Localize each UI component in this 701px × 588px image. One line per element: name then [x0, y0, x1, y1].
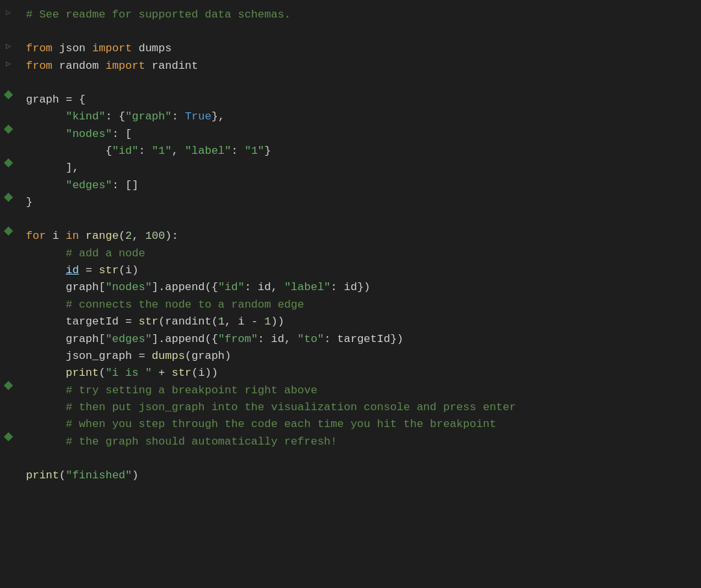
line-content-25: # when you step through the code each ti… [19, 416, 695, 433]
gutter-4: ▷ [0, 58, 19, 71]
line-content-1: # See readme for supported data schemas. [19, 6, 695, 23]
code-line-11: "edges": [] [0, 177, 701, 194]
line-content-7: "kind": {"graph": True}, [19, 108, 695, 125]
code-line-7: "kind": {"graph": True}, [0, 108, 701, 125]
code-line-2 [0, 23, 701, 40]
gutter-12 [0, 194, 19, 201]
code-line-21: json_graph = dumps(graph) [0, 348, 701, 365]
line-content-17: graph["nodes"].append({"id": id, "label"… [19, 279, 695, 296]
code-line-19: targetId = str(randint(1, i - 1)) [0, 313, 701, 330]
code-line-28: print("finished") [0, 467, 701, 484]
code-line-3: ▷ from json import dumps [0, 40, 701, 57]
line-content-3: from json import dumps [19, 40, 695, 57]
line-content-4: from random import randint [19, 58, 695, 75]
code-line-24: # then put json_graph into the visualiza… [0, 399, 701, 416]
code-line-5 [0, 75, 701, 92]
gutter-6 [0, 92, 19, 98]
code-line-26: # the graph should automatically refresh… [0, 434, 701, 450]
line-content-18: # connects the node to a random edge [19, 297, 695, 313]
code-line-20: graph["edges"].append({"from": id, "to":… [0, 331, 701, 348]
code-line-16: id = str(i) [0, 262, 701, 279]
code-line-8: "nodes": [ [0, 126, 701, 143]
line-content-14: for i in range(2, 100): [19, 228, 695, 245]
line-content-23: # try setting a breakpoint right above [19, 382, 695, 399]
code-line-12: } [0, 194, 701, 211]
gutter-8 [0, 126, 19, 132]
code-line-9: {"id": "1", "label": "1"} [0, 143, 701, 160]
line-content-22: print("i is " + str(i)) [19, 365, 695, 382]
line-content-6: graph = { [19, 92, 695, 108]
gutter-26 [0, 434, 19, 440]
gutter-1: ▷ [0, 6, 19, 19]
code-line-15: # add a node [0, 245, 701, 262]
code-line-23: # try setting a breakpoint right above [0, 382, 701, 399]
line-content-11: "edges": [] [19, 177, 695, 194]
line-content-8: "nodes": [ [19, 126, 695, 143]
line-content-21: json_graph = dumps(graph) [19, 348, 695, 365]
line-content-28: print("finished") [19, 467, 695, 484]
gutter-14 [0, 228, 19, 234]
line-content-16: id = str(i) [19, 262, 695, 279]
code-line-13 [0, 211, 701, 228]
code-line-27 [0, 450, 701, 467]
gutter-23 [0, 382, 19, 389]
code-line-18: # connects the node to a random edge [0, 297, 701, 313]
code-line-22: print("i is " + str(i)) [0, 365, 701, 382]
code-editor: ▷ # See readme for supported data schema… [0, 0, 701, 508]
line-content-24: # then put json_graph into the visualiza… [19, 399, 695, 416]
line-content-15: # add a node [19, 245, 695, 262]
code-line-29 [0, 484, 701, 501]
code-line-6: graph = { [0, 92, 701, 108]
line-content-20: graph["edges"].append({"from": id, "to":… [19, 331, 695, 348]
code-line-25: # when you step through the code each ti… [0, 416, 701, 433]
code-line-10: ], [0, 160, 701, 177]
gutter-3: ▷ [0, 40, 19, 53]
line-content-19: targetId = str(randint(1, i - 1)) [19, 313, 695, 330]
gutter-10 [0, 160, 19, 166]
code-line-17: graph["nodes"].append({"id": id, "label"… [0, 279, 701, 296]
code-line-4: ▷ from random import randint [0, 58, 701, 75]
line-content-9: {"id": "1", "label": "1"} [19, 143, 695, 160]
code-line-1: ▷ # See readme for supported data schema… [0, 6, 701, 23]
line-content-10: ], [19, 160, 695, 177]
line-content-12: } [19, 194, 695, 211]
code-line-14: for i in range(2, 100): [0, 228, 701, 245]
line-content-26: # the graph should automatically refresh… [19, 434, 695, 450]
